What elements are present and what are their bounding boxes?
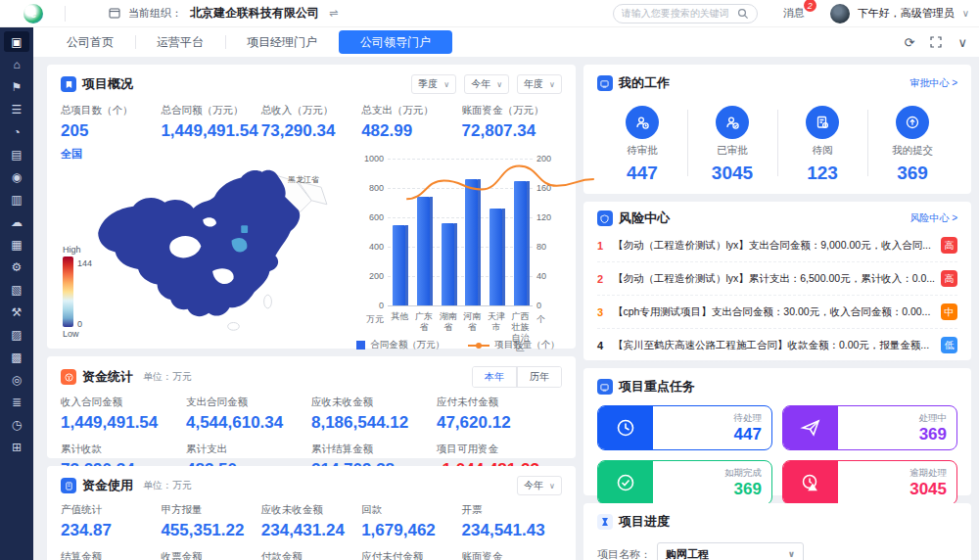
settings-icon: ⚙ (12, 260, 23, 274)
risk-index: 3 (597, 306, 607, 318)
fund-usage-stat-label: 收票金额 (161, 550, 260, 560)
task-tile-逾期处理[interactable]: 逾期处理3045 (782, 460, 957, 505)
search-icon[interactable] (737, 8, 749, 20)
china-map[interactable]: 全国 (61, 147, 354, 343)
task-tile-处理中[interactable]: 处理中369 (782, 405, 957, 450)
clock-icon: ◷ (12, 418, 22, 432)
sidebar-item-monitor[interactable]: ▨ (4, 324, 29, 345)
my-work-item-已审批[interactable]: 已审批3045 (687, 106, 777, 184)
tab-4[interactable]: 公司领导门户 (339, 30, 452, 54)
fund-stats-unit: 单位：万元 (143, 370, 192, 384)
task-tile-info: 处理中369 (838, 406, 956, 449)
task-tile-label: 处理中 (919, 412, 948, 425)
fund-stat-label: 累计结算金额 (311, 443, 437, 456)
org-window-icon (109, 8, 120, 19)
fund-usage-filter[interactable]: 今年∨ (517, 476, 562, 495)
tab-2[interactable]: 运营平台 (135, 30, 225, 54)
fund-stat-value: 4,544,610.34 (186, 413, 311, 433)
flag-icon: ⚑ (12, 80, 23, 94)
fund-usage-stat-label: 付款金额 (261, 550, 361, 560)
fund-usage-stat: 应收未收金额234,431.24 (261, 503, 361, 540)
sidebar-item-building[interactable]: ⌂ (4, 54, 29, 74)
sidebar-item-columns[interactable]: ▥ (4, 189, 29, 210)
sidebar-item-apps[interactable]: ⊞ (4, 437, 29, 457)
global-search[interactable] (613, 4, 758, 23)
collapse-chevron-icon[interactable]: ∨ (957, 35, 967, 50)
fund-usage-card: 资金使用 单位：万元 今年∨ 产值统计234.87甲方报量455,351.22应… (47, 466, 576, 560)
sidebar-item-settings[interactable]: ⚙ (4, 257, 29, 277)
my-work-item-我的提交[interactable]: 我的提交369 (867, 106, 957, 184)
fund-stat: 收入合同金额1,449,491.54 (61, 396, 186, 433)
sidebar-item-target[interactable]: ◎ (4, 369, 29, 390)
sidebar-item-cubes[interactable]: ▧ (4, 279, 29, 300)
messages-label: 消息 (783, 7, 805, 19)
fund-usage-stat: 应付未付金额234,431.24 (361, 550, 461, 560)
project-name-select[interactable]: 购网工程 ∨ (657, 542, 804, 560)
sidebar-item-tools[interactable]: ⚒ (4, 302, 29, 322)
fund-stats-toggle-2[interactable]: 历年 (517, 367, 561, 387)
submit-icon (896, 106, 929, 139)
sidebar-item-cloud[interactable]: ☁ (4, 211, 29, 232)
risk-text: 【勿动（工程造价测试）lyx】累计支出：6,500.00元，累计收入：0.0..… (613, 272, 935, 286)
overview-stat: 总支出（万元）482.99 (361, 104, 461, 141)
sidebar-item-calendar[interactable]: ▦ (4, 234, 29, 255)
fullscreen-icon[interactable] (930, 36, 942, 48)
tab-3[interactable]: 项目经理门户 (225, 30, 339, 54)
fund-usage-stat: 收票金额56,542.12 (161, 550, 260, 560)
fund-stat-label: 累计支出 (186, 443, 311, 456)
cubes-icon: ▧ (11, 283, 22, 297)
map-heat-legend: High 144 0 Low (63, 245, 92, 339)
overview-stat-label: 总合同额（万元） (161, 104, 260, 117)
avatar[interactable] (830, 4, 850, 23)
user-menu-chevron-icon[interactable]: ∨ (962, 8, 969, 19)
heat-low-label: Low (63, 329, 92, 339)
refresh-icon[interactable]: ⟳ (905, 35, 915, 50)
fund-usage-stat-value: 455,351.22 (161, 521, 260, 540)
overview-filter-1[interactable]: 季度∨ (411, 74, 456, 94)
task-tile-label: 逾期处理 (909, 467, 947, 480)
overview-filter-3[interactable]: 年度∨ (517, 74, 562, 94)
fund-usage-stat-label: 结算金额 (61, 550, 161, 560)
chevron-down-icon: ∨ (549, 80, 555, 89)
fund-usage-stat: 开票234,541.43 (462, 503, 562, 540)
task-tile-待处理[interactable]: 待处理447 (597, 405, 772, 450)
clock-icon (598, 406, 653, 449)
sidebar-item-document[interactable]: ▤ (4, 144, 29, 164)
sidebar-item-dashboard[interactable]: ▣ (4, 31, 29, 52)
my-work-item-待审批[interactable]: 待审批447 (597, 106, 687, 184)
overview-stat-value: 1,449,491.54 (161, 121, 260, 141)
risk-item[interactable]: 3【cph专用测试项目】支出合同金额：30.00元，收入合同金额：0.00...… (597, 296, 957, 329)
map-province-label: 黑龙江省 (288, 174, 319, 185)
sidebar-item-clock[interactable]: ◷ (4, 414, 29, 435)
project-name-label: 项目名称： (597, 547, 651, 560)
fund-usage-stat: 结算金额2,546.89 (61, 550, 161, 560)
fund-stat: 应付未付金额47,620.12 (437, 396, 562, 433)
fund-stats-toggle-1[interactable]: 本年 (473, 367, 517, 387)
sidebar-item-pie-chart[interactable]: ◔ (4, 121, 29, 142)
task-tile-info: 逾期处理3045 (838, 461, 956, 504)
risk-center-link[interactable]: 风险中心 > (909, 211, 957, 225)
risk-item[interactable]: 4【宾川至鹤庆高速公路工程施工合同】收款金额：0.00元，报量金额...低 (597, 329, 957, 362)
risk-item[interactable]: 2【勿动（工程造价测试）lyx】累计支出：6,500.00元，累计收入：0.0.… (597, 262, 957, 296)
sidebar-item-id-card[interactable]: ▩ (4, 347, 29, 367)
map-region-link[interactable]: 全国 (61, 147, 82, 162)
risk-item[interactable]: 1【勿动（工程造价测试）lyx】支出合同金额：9,000.00元，收入合同...… (597, 229, 957, 262)
fund-stat-label: 支出合同金额 (186, 396, 311, 409)
legend-project-count[interactable]: 项目数量（个） (468, 339, 560, 351)
doc-clock-icon (806, 106, 839, 139)
legend-contract-amount[interactable]: 合同金额（万元） (356, 339, 444, 351)
my-work-item-待阅[interactable]: 待阅123 (777, 106, 867, 184)
sidebar-item-flag[interactable]: ⚑ (4, 76, 29, 97)
overview-filter-2[interactable]: 今年∨ (464, 74, 509, 94)
sidebar-item-rows[interactable]: ≣ (4, 392, 29, 412)
messages-button[interactable]: 消息 2 (783, 6, 805, 21)
task-tile-如期完成[interactable]: 如期完成369 (597, 460, 772, 505)
switch-org-icon[interactable]: ⇌ (329, 7, 338, 20)
tab-1[interactable]: 公司首页 (45, 30, 135, 54)
search-input[interactable] (622, 8, 733, 19)
sidebar-item-seal[interactable]: ◉ (4, 166, 29, 187)
approval-center-link[interactable]: 审批中心 > (909, 76, 957, 90)
document-icon: ▤ (11, 148, 22, 162)
fund-usage-stat-label: 开票 (462, 503, 562, 517)
sidebar-item-layers[interactable]: ☰ (4, 99, 29, 119)
